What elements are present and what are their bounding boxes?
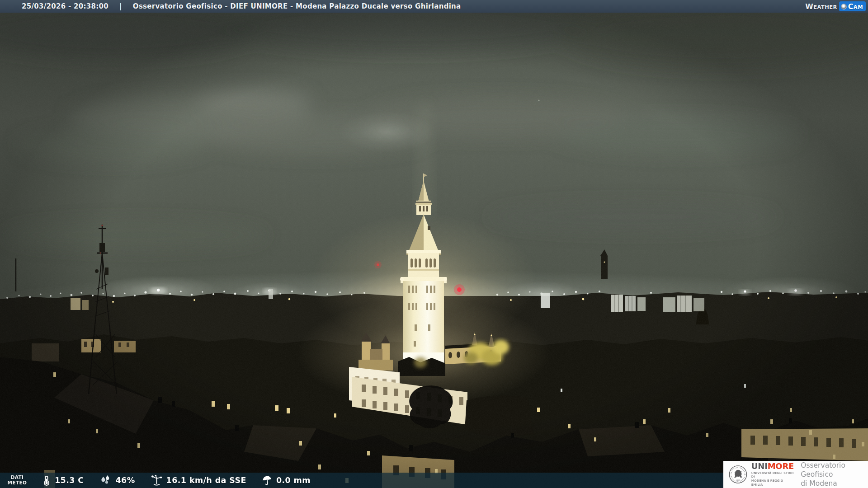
film-grain: [0, 0, 868, 488]
seal-year: 1175: [736, 479, 740, 481]
timestamp: 25/03/2026 - 20:38:00: [22, 2, 108, 10]
brand-cam-box: Cam: [839, 1, 866, 11]
brand-cam-label: Cam: [848, 2, 863, 11]
headline: 25/03/2026 - 20:38:00 | Osservatorio Geo…: [0, 2, 461, 10]
rain-reading: 0.0 mm: [262, 475, 311, 486]
camera-lens-icon: [841, 4, 847, 9]
wind-reading: 16.1 km/h da SSE: [151, 475, 246, 486]
humidity-reading: 46%: [99, 475, 135, 486]
separator: |: [119, 2, 122, 10]
weather-readings: 15.3 C 46%: [42, 475, 311, 486]
weather-cam-logo: Weather Cam: [805, 1, 866, 11]
city-night-scene: [0, 0, 868, 488]
temperature-reading: 15.3 C: [42, 475, 84, 486]
university-name: UNIVERSITÀ DEGLI STUDI DI MODENA E REGGI…: [751, 471, 794, 487]
wind-icon: [151, 475, 163, 486]
top-info-bar: 25/03/2026 - 20:38:00 | Osservatorio Geo…: [0, 0, 868, 13]
dati-meteo-badge: DATI METEO: [6, 475, 28, 485]
thermometer-icon: [42, 475, 51, 486]
camera-title: Osservatorio Geofisico - DIEF UNIMORE - …: [133, 2, 461, 10]
brand-weather-label: Weather: [805, 2, 837, 11]
webcam-frame: 25/03/2026 - 20:38:00 | Osservatorio Geo…: [0, 0, 868, 488]
unimore-seal-icon: 1175: [729, 464, 747, 485]
unimore-logo-panel: 1175 UNIMORE UNIVERSITÀ DEGLI STUDI DI M…: [723, 461, 868, 488]
unimore-wordmark-block: UNIMORE UNIVERSITÀ DEGLI STUDI DI MODENA…: [751, 462, 794, 487]
rain-icon: [262, 475, 273, 486]
humidity-icon: [99, 475, 112, 486]
unimore-wordmark: UNIMORE: [751, 462, 794, 470]
observatory-name: Osservatorio Geofisico di Modena: [801, 461, 868, 488]
